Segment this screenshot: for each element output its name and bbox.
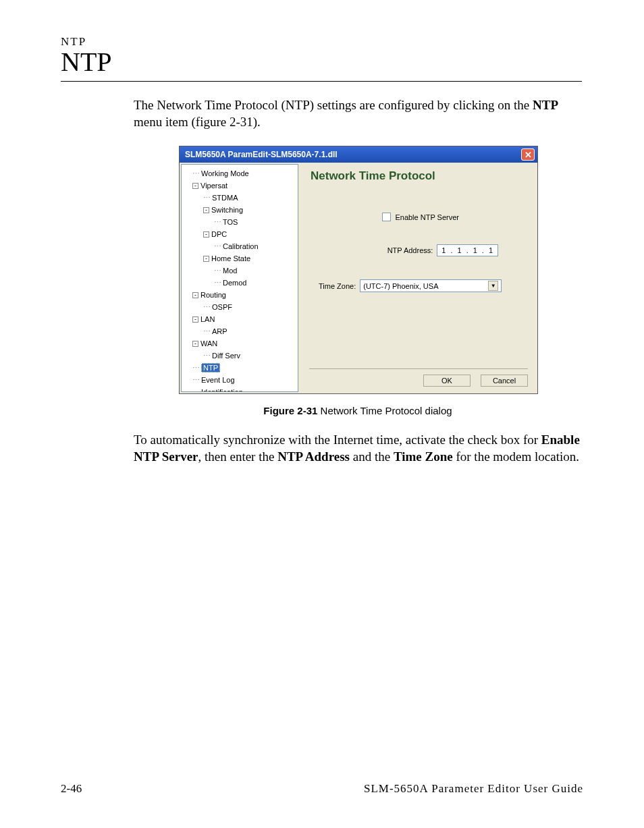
tree-label: OSPF: [212, 303, 232, 311]
close-icon: ✕: [525, 150, 532, 159]
collapse-icon[interactable]: -: [203, 256, 209, 262]
ip-octet-4[interactable]: 1: [489, 246, 493, 254]
tree-label: Switching: [211, 206, 243, 214]
tree-item-diffserv[interactable]: ⋯Diff Serv: [183, 350, 296, 362]
tree-item-routing[interactable]: -Routing: [183, 289, 296, 301]
collapse-icon[interactable]: -: [192, 292, 198, 298]
tree-label: ARP: [212, 327, 227, 335]
tree-item-home-state[interactable]: -Home State: [183, 252, 296, 265]
cancel-button[interactable]: Cancel: [481, 375, 528, 387]
ntp-address-input[interactable]: 1.1.1.1: [437, 244, 498, 256]
tree-item-arp[interactable]: ⋯ARP: [183, 325, 296, 337]
intro-text-a: The Network Time Protocol (NTP) settings…: [134, 98, 533, 112]
figure-number: Figure 2-31: [263, 405, 317, 416]
page-number: 2-46: [61, 782, 82, 796]
ok-button[interactable]: OK: [423, 375, 471, 387]
tree-label: Identification: [201, 388, 243, 392]
tree-item-vipersat[interactable]: -Vipersat: [183, 180, 296, 192]
tree-item-stdma[interactable]: ⋯STDMA: [183, 192, 296, 204]
close-button[interactable]: ✕: [521, 148, 535, 161]
timezone-value: (UTC-7) Phoenix, USA: [363, 282, 438, 290]
tree-label: Calibration: [223, 242, 259, 250]
tree-label: DPC: [211, 230, 227, 238]
collapse-icon[interactable]: -: [192, 341, 198, 347]
ip-octet-2[interactable]: 1: [458, 246, 462, 254]
intro-bold: NTP: [533, 98, 558, 112]
ntp-address-row: NTP Address: 1.1.1.1: [311, 244, 498, 256]
body-text-a: To automatically synchronize with the In…: [134, 433, 541, 447]
ip-octet-3[interactable]: 1: [473, 246, 478, 254]
intro-text-b: menu item (figure 2-31).: [134, 115, 261, 129]
intro-paragraph: The Network Time Protocol (NTP) settings…: [134, 97, 582, 130]
body-bold-3: Time Zone: [394, 449, 453, 464]
collapse-icon[interactable]: -: [192, 316, 198, 323]
enable-ntp-row: Enable NTP Server: [311, 213, 459, 221]
tree-label: Vipersat: [200, 182, 227, 190]
panel-title: Network Time Protocol: [311, 169, 527, 183]
tree-item-calibration[interactable]: ⋯Calibration: [183, 240, 296, 252]
ntp-address-label: NTP Address:: [387, 246, 433, 254]
timezone-row: Time Zone: (UTC-7) Phoenix, USA ▼: [319, 279, 518, 292]
tree-item-wan[interactable]: -WAN: [183, 337, 296, 350]
tree-label: Mod: [223, 267, 237, 275]
body-bold-2: NTP Address: [277, 449, 350, 464]
enable-ntp-label: Enable NTP Server: [395, 213, 459, 221]
titlebar: SLM5650A ParamEdit-SLM5650A-7.1.dll ✕: [180, 146, 537, 163]
timezone-select[interactable]: (UTC-7) Phoenix, USA ▼: [360, 279, 502, 292]
tree-label: STDMA: [212, 194, 238, 202]
dialog-body: ⋯Working Mode -Vipersat ⋯STDMA -Switchin…: [180, 163, 537, 393]
tree-label: Event Log: [201, 376, 235, 384]
tree-item-lan[interactable]: -LAN: [183, 313, 296, 325]
tree-item-ntp[interactable]: ⋯NTP: [183, 362, 296, 374]
button-row: OK Cancel: [309, 368, 528, 387]
figure-caption-text: Network Time Protocol dialog: [317, 405, 452, 416]
chevron-down-icon: ▼: [488, 281, 498, 291]
tree-item-working-mode[interactable]: ⋯Working Mode: [183, 167, 296, 180]
collapse-icon[interactable]: -: [203, 231, 209, 238]
footer-doc-title: SLM-5650A Parameter Editor User Guide: [364, 782, 583, 796]
body-paragraph: To automatically synchronize with the In…: [134, 432, 582, 465]
collapse-icon[interactable]: -: [203, 207, 209, 213]
collapse-icon[interactable]: -: [192, 183, 198, 189]
tree-item-demod[interactable]: ⋯Demod: [183, 277, 296, 289]
tree-item-dpc[interactable]: -DPC: [183, 228, 296, 240]
tree-label: Demod: [223, 279, 246, 287]
tree-item-ospf[interactable]: ⋯OSPF: [183, 301, 296, 313]
body-text-d: for the modem location.: [453, 449, 579, 464]
tree-label: LAN: [200, 315, 215, 323]
tree-panel: ⋯Working Mode -Vipersat ⋯STDMA -Switchin…: [181, 164, 298, 392]
tree-label: Diff Serv: [212, 352, 240, 360]
tree-label: Working Mode: [201, 169, 249, 177]
tree-label-selected: NTP: [201, 363, 220, 372]
header-rule: [61, 81, 582, 82]
timezone-label: Time Zone:: [319, 282, 356, 290]
tree-label: Routing: [200, 291, 226, 299]
section-title: NTP: [61, 46, 112, 78]
tree-item-eventlog[interactable]: ⋯Event Log: [183, 374, 296, 386]
dialog-screenshot: SLM5650A ParamEdit-SLM5650A-7.1.dll ✕ ⋯W…: [179, 146, 538, 394]
enable-ntp-checkbox[interactable]: [382, 213, 391, 221]
tree-label: TOS: [223, 218, 238, 226]
body-text-b: , then enter the: [198, 449, 278, 464]
tree-label: Home State: [211, 254, 250, 263]
titlebar-text: SLM5650A ParamEdit-SLM5650A-7.1.dll: [182, 150, 338, 159]
tree-item-tos[interactable]: ⋯TOS: [183, 216, 296, 228]
tree-item-identification[interactable]: ⋯Identification: [183, 386, 296, 392]
tree-item-mod[interactable]: ⋯Mod: [183, 265, 296, 277]
content-panel: Network Time Protocol Enable NTP Server …: [300, 163, 537, 393]
tree-item-switching[interactable]: -Switching: [183, 204, 296, 216]
body-text-c: and the: [350, 449, 394, 464]
figure-caption: Figure 2-31 Network Time Protocol dialog: [134, 405, 582, 416]
tree-label: WAN: [200, 339, 217, 348]
